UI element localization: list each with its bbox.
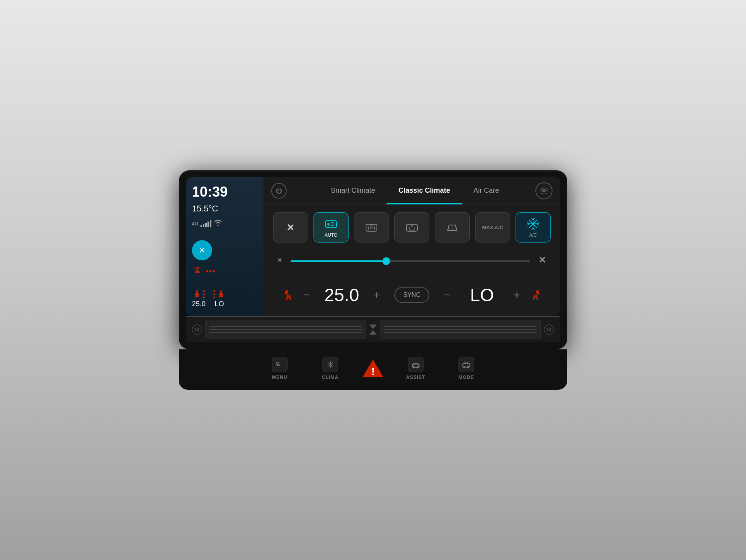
svg-point-0 — [196, 290, 198, 293]
wifi-icon — [214, 220, 222, 228]
lower-body-mode-button[interactable] — [394, 212, 429, 242]
main-panel: Smart Climate Classic Climate Air Care — [263, 177, 560, 316]
screen-inner: 10:39 15.5°C 4G — [186, 177, 560, 316]
fan-min-icon — [275, 255, 284, 267]
svg-point-5 — [327, 223, 330, 226]
svg-point-13 — [285, 290, 288, 293]
tab-classic-climate[interactable]: Classic Climate — [387, 177, 462, 204]
assist-icon — [408, 357, 424, 372]
left-temp-side: − 25.0 + — [271, 284, 394, 305]
hazard-button[interactable]: ! — [357, 355, 389, 382]
fan-slider-fill — [291, 260, 386, 262]
right-temp-minus[interactable]: − — [441, 289, 453, 301]
svg-point-7 — [371, 225, 372, 226]
fan-slider-thumb[interactable] — [382, 257, 390, 265]
ac-mode-label: A/C — [529, 232, 537, 238]
svg-point-9 — [411, 225, 413, 227]
svg-rect-14 — [288, 295, 291, 297]
vent-area — [186, 316, 560, 342]
max-ac-label: MAX A/C — [482, 225, 503, 230]
menu-label: MENU — [272, 375, 287, 380]
right-temp-plus[interactable]: + — [511, 289, 523, 301]
left-temp-plus[interactable]: + — [371, 289, 383, 301]
mode-button[interactable]: MODE — [443, 355, 490, 382]
right-temp-control: − LO + — [441, 284, 523, 305]
right-seat-icon — [217, 290, 225, 298]
left-vents — [205, 320, 366, 339]
svg-text:!: ! — [371, 366, 375, 377]
auto-mode-label: AUTO — [324, 232, 337, 238]
svg-rect-16 — [533, 295, 537, 297]
outdoor-temp-display: 15.5°C — [192, 204, 257, 214]
left-temp-control: − 25.0 + — [301, 284, 383, 305]
left-panel: 10:39 15.5°C 4G — [186, 177, 263, 316]
tab-bar: Smart Climate Classic Climate Air Care — [263, 177, 560, 204]
menu-button[interactable]: MENU — [256, 355, 303, 382]
settings-button[interactable] — [535, 182, 553, 199]
tab-air-care[interactable]: Air Care — [462, 177, 511, 204]
tabs: Smart Climate Classic Climate Air Care — [295, 177, 535, 204]
svg-point-12 — [541, 258, 544, 261]
left-temp-minus[interactable]: − — [301, 289, 313, 301]
close-icon: × — [199, 244, 205, 256]
clima-button[interactable]: CLIMA — [307, 355, 354, 382]
signal-bars — [200, 220, 211, 227]
windshield-mode-button[interactable] — [435, 212, 470, 242]
max-ac-mode-button[interactable]: MAX A/C — [475, 212, 510, 242]
svg-point-11 — [279, 259, 281, 261]
clima-label: CLIMA — [322, 375, 339, 380]
mode-buttons-row: AUTO — [263, 204, 560, 250]
fan-mode-button[interactable] — [273, 212, 308, 242]
sync-button[interactable]: SYNC — [394, 287, 429, 303]
left-temp-value: 25.0 — [319, 284, 365, 305]
center-indicator — [369, 324, 377, 335]
left-seat-icon — [193, 290, 201, 298]
svg-point-3 — [289, 226, 292, 229]
svg-point-2 — [543, 190, 545, 192]
divider — [263, 275, 560, 275]
mode-icon — [458, 357, 474, 372]
vent-power-right[interactable] — [544, 324, 554, 335]
svg-point-10 — [532, 223, 534, 225]
right-temp-side: − LO + — [429, 284, 553, 305]
fan-max-icon — [536, 253, 549, 269]
seat-heat-section — [192, 265, 257, 277]
left-seat-temp: 25.0 — [192, 300, 206, 308]
assist-label: ASSIST — [406, 375, 425, 380]
heat-dots — [206, 270, 215, 272]
right-vents — [380, 320, 541, 339]
power-button[interactable] — [271, 183, 287, 199]
auto-mode-button[interactable]: AUTO — [314, 212, 349, 242]
ac-mode-button[interactable]: A/C — [516, 212, 551, 242]
signal-text: 4G — [192, 221, 198, 227]
mode-label: MODE — [458, 375, 474, 380]
fan-slider[interactable] — [291, 260, 530, 262]
vent-power-left[interactable] — [192, 324, 202, 335]
left-seat-adjust-icon[interactable] — [283, 289, 295, 301]
seat-heat-icon — [192, 265, 203, 277]
assist-button[interactable]: ASSIST — [392, 355, 439, 382]
hazard-icon: ! — [362, 358, 384, 379]
fan-speed-row — [263, 250, 560, 272]
right-seat-temp: LO — [215, 300, 224, 308]
screen-bezel: 10:39 15.5°C 4G — [179, 170, 567, 349]
signal-row: 4G — [192, 220, 257, 228]
right-temp-value: LO — [459, 284, 505, 305]
seat-heat-top-row — [192, 265, 257, 277]
physical-button-row: MENU CLIMA ! — [179, 349, 567, 390]
clima-icon — [322, 357, 338, 372]
svg-point-15 — [536, 290, 539, 293]
sync-label: SYNC — [403, 291, 420, 298]
menu-icon — [272, 357, 288, 372]
close-button[interactable]: × — [192, 240, 212, 260]
right-seat-adjust-icon[interactable] — [530, 289, 541, 301]
temp-control-row: − 25.0 + SYNC − — [263, 278, 560, 312]
upper-body-mode-button[interactable] — [354, 212, 389, 242]
svg-point-1 — [220, 290, 222, 293]
time-display: 10:39 — [192, 185, 257, 199]
tab-smart-climate[interactable]: Smart Climate — [319, 177, 387, 204]
